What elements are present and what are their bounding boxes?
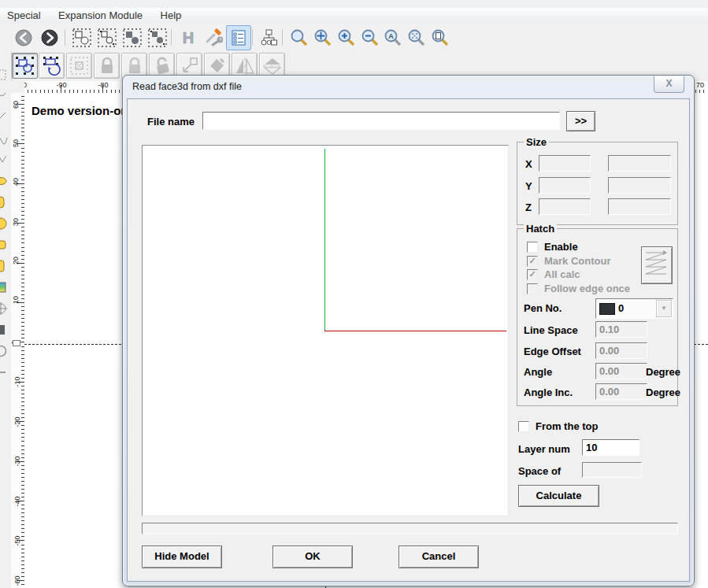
curve-tool-icon[interactable] — [0, 131, 8, 146]
dialog-client-area: File name >> Size X Y Z — [127, 98, 690, 582]
ellipse-tool-icon[interactable] — [0, 174, 8, 188]
file-name-label: File name — [147, 116, 195, 128]
ok-button[interactable]: OK — [272, 545, 353, 568]
mark-contour-checkbox[interactable]: ✓ — [527, 256, 538, 267]
pen-color-swatch — [599, 303, 615, 315]
node-edit-tool-icon[interactable] — [0, 89, 8, 103]
system-tools-button[interactable] — [201, 25, 226, 50]
ruler-tick-label: -20 — [13, 416, 21, 427]
ruler-tick-label: -40 — [13, 496, 21, 506]
rotate-button[interactable] — [39, 53, 65, 79]
lock-button[interactable] — [94, 53, 120, 79]
zoom-all-button[interactable]: A — [380, 25, 406, 50]
fill-tool-icon[interactable] — [0, 323, 8, 337]
layer-num-label: Layer num — [518, 443, 570, 455]
select-tool-icon[interactable] — [0, 68, 8, 82]
object-list-button[interactable] — [226, 25, 251, 50]
hatch-style-button[interactable] — [641, 246, 673, 284]
edit-node-filled-button[interactable] — [120, 25, 145, 50]
browse-button[interactable]: >> — [566, 111, 595, 131]
edit-node-filled-dots-icon — [148, 28, 167, 47]
array-icon — [69, 56, 89, 76]
forward-button[interactable] — [37, 25, 62, 50]
enable-checkbox[interactable] — [527, 242, 538, 253]
read-face3d-dialog: Read face3d from dxf file X File name >>… — [122, 75, 695, 586]
ring-tool-icon[interactable] — [0, 259, 8, 273]
angle-inc-field[interactable]: 0.00 — [595, 383, 647, 400]
back-button[interactable] — [11, 25, 36, 50]
size-y-value-2 — [608, 177, 671, 194]
polyline-tool-icon[interactable] — [0, 153, 8, 167]
back-icon — [14, 28, 33, 47]
edit-node-button[interactable] — [69, 25, 95, 50]
lock-selection-icon — [126, 57, 143, 76]
space-of-field[interactable] — [582, 462, 642, 478]
mirror-vertical-icon — [235, 57, 255, 76]
menu-help[interactable]: Help — [154, 8, 189, 24]
layer-num-input[interactable] — [582, 439, 639, 456]
edit-node-filled-dots-button[interactable] — [145, 25, 170, 50]
object-browser-button[interactable] — [257, 25, 282, 50]
ruler-corner — [11, 81, 24, 93]
chevron-down-icon[interactable]: ▼ — [656, 300, 672, 317]
zoom-page-button[interactable] — [428, 25, 453, 50]
toolbar-separator — [282, 29, 283, 46]
zoom-move-button[interactable] — [310, 25, 335, 50]
close-button[interactable]: X — [654, 76, 684, 93]
capsule-tool-icon[interactable] — [0, 195, 8, 209]
edit-node-dots-button[interactable] — [95, 25, 120, 50]
divider-tool-icon[interactable] — [0, 365, 8, 379]
follow-edge-once-checkbox[interactable] — [527, 283, 538, 294]
cancel-button[interactable]: Cancel — [398, 545, 479, 568]
toolbar-separator — [171, 29, 172, 46]
group-icon — [15, 56, 35, 76]
forward-icon — [40, 28, 59, 47]
ruler-origin-marker[interactable] — [13, 340, 20, 346]
size-x-value-1 — [539, 155, 591, 172]
zoom-window-button[interactable] — [287, 25, 312, 50]
pen-no-combo[interactable]: 0 ▼ — [595, 298, 673, 319]
angle-field[interactable]: 0.00 — [595, 363, 647, 379]
main-toolbar: H A — [0, 24, 708, 52]
menu-special[interactable]: Special — [0, 8, 48, 24]
zoom-out-button[interactable] — [358, 25, 383, 50]
fill-icon — [207, 56, 227, 76]
target-tool-icon[interactable] — [0, 301, 8, 316]
line-tool-icon[interactable] — [0, 110, 8, 124]
array-button[interactable] — [66, 53, 92, 79]
zoom-selection-icon — [407, 28, 426, 47]
close-icon: X — [665, 78, 672, 89]
menu-bar: Special Expansion Module Help — [0, 8, 708, 24]
enable-label: Enable — [544, 241, 578, 253]
file-name-input[interactable] — [202, 112, 560, 130]
size-z-value-1 — [539, 198, 591, 215]
zoom-in-button[interactable] — [334, 25, 359, 50]
edit-node-dots-icon — [98, 28, 117, 47]
polygon-tool-icon[interactable] — [0, 238, 8, 252]
size-group-title: Size — [524, 136, 549, 148]
all-calc-checkbox[interactable]: ✓ — [527, 269, 538, 280]
calculate-button[interactable]: Calculate — [518, 485, 599, 507]
all-calc-label: All calc — [544, 268, 580, 280]
bitmap-tool-icon[interactable] — [0, 280, 8, 294]
menu-expansion-module[interactable]: Expansion Module — [51, 8, 150, 24]
edge-offset-field[interactable]: 0.00 — [595, 342, 647, 359]
ruler-tick-label: 70 — [696, 81, 704, 89]
ruler-tick-label: 60 — [12, 101, 20, 109]
circle-tool-icon[interactable] — [0, 216, 8, 231]
zoom-all-icon: A — [384, 28, 402, 47]
circle-outline-tool-icon[interactable] — [0, 344, 8, 358]
from-the-top-checkbox[interactable] — [518, 421, 529, 432]
hide-model-button[interactable]: Hide Model — [142, 545, 222, 568]
ruler-tick-label: -80 — [98, 81, 108, 89]
ruler-tick-label: -90 — [56, 81, 66, 89]
rotate-icon — [42, 56, 61, 76]
zoom-selection-button[interactable] — [404, 25, 429, 50]
size-group: Size X Y Z — [517, 142, 678, 225]
ruler-tick-label: -10 — [13, 376, 21, 386]
hatch-button[interactable]: H — [176, 25, 201, 50]
ruler-tick-label: 20 — [12, 257, 20, 264]
line-space-field[interactable]: 0.10 — [595, 321, 647, 338]
group-button[interactable] — [12, 53, 38, 79]
ruler-tick-label: 10 — [12, 296, 20, 304]
